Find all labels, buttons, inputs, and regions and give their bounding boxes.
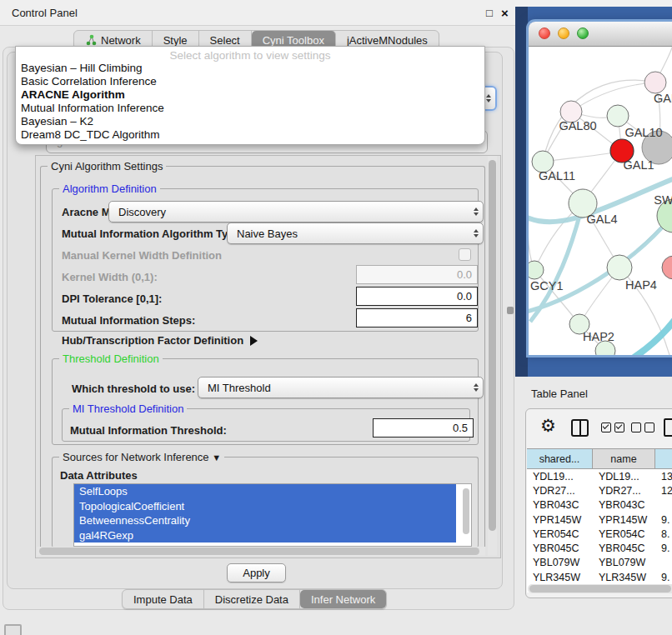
tab-discretize-data[interactable]: Discretize Data xyxy=(204,590,300,608)
table-row[interactable]: YLR345W YLR345W 9. xyxy=(527,570,672,584)
column-header-name[interactable]: name xyxy=(593,449,655,468)
list-vertical-scrollbar[interactable] xyxy=(463,488,469,534)
tab-impute-data[interactable]: Impute Data xyxy=(123,590,204,608)
cell[interactable]: YDL19... xyxy=(527,471,593,482)
dpi-tolerance-label: DPI Tolerance [0,1]: xyxy=(62,292,162,305)
node-gal-top[interactable] xyxy=(644,72,666,93)
cell[interactable]: YBL079W xyxy=(593,557,655,568)
settings-vertical-scrollbar[interactable] xyxy=(488,156,497,556)
cyni-algorithm-settings-title: Cyni Algorithm Settings xyxy=(48,160,166,172)
column-header-partial[interactable] xyxy=(655,449,672,468)
settings-vertical-scrollbar-thumb[interactable] xyxy=(489,160,496,531)
cell[interactable]: 9. xyxy=(655,572,672,583)
cell[interactable]: YER054C xyxy=(593,528,655,540)
popup-item-bayesian-k2[interactable]: Bayesian – K2 xyxy=(21,115,479,128)
mi-steps-field[interactable]: 6 xyxy=(356,308,478,328)
minimize-traffic-light-icon[interactable] xyxy=(558,28,569,39)
cell[interactable]: 12 xyxy=(655,485,672,497)
which-threshold-value: MI Threshold xyxy=(208,382,271,394)
table-horizontal-scrollbar[interactable] xyxy=(528,584,672,593)
popup-item-basic-correlation[interactable]: Basic Correlation Inference xyxy=(21,75,479,88)
table-row[interactable]: YBR043C YBR043C xyxy=(527,498,672,512)
close-traffic-light-icon[interactable] xyxy=(539,28,550,39)
hub-definition-toggle[interactable]: Hub/Transcription Factor Definition xyxy=(62,334,258,347)
settings-horizontal-scrollbar[interactable] xyxy=(37,547,485,556)
cell[interactable]: 9. xyxy=(655,514,672,526)
mi-threshold-label: Mutual Information Threshold: xyxy=(70,424,227,437)
table-row[interactable]: YER054C YER054C 8. xyxy=(527,527,672,541)
table-row[interactable]: YDR27... YDR27... 12 xyxy=(527,483,672,498)
node-label-gal-top: GAL xyxy=(654,92,672,105)
network-view-window: GAL GAL80 GAL10 GAL1 GAL11 SWI4 GAL4 GCY… xyxy=(529,22,672,355)
bottom-tabbar: Impute Data Discretize Data Infer Networ… xyxy=(122,589,387,609)
settings-horizontal-scrollbar-thumb[interactable] xyxy=(39,548,479,555)
cell[interactable]: YPR145W xyxy=(593,514,655,526)
cell[interactable]: YDR27... xyxy=(593,485,655,497)
table-row[interactable]: YBL079W YBL079W xyxy=(527,556,672,570)
cell[interactable]: YDR27... xyxy=(527,485,593,497)
float-icon[interactable]: □ xyxy=(486,7,493,19)
combo-arrows-icon xyxy=(486,94,491,102)
table-header-row: shared... name xyxy=(527,449,672,469)
data-attributes-list[interactable]: SelfLoops TopologicalCoefficient Between… xyxy=(73,483,472,547)
column-header-shared-name[interactable]: shared... xyxy=(527,449,593,468)
which-threshold-select[interactable]: MI Threshold xyxy=(198,377,484,398)
popup-item-dream8[interactable]: Dream8 DC_TDC Algorithm xyxy=(21,128,479,142)
manual-kernel-width-label: Manual Kernel Width Definition xyxy=(62,249,222,262)
cell[interactable]: 13 xyxy=(655,471,672,482)
table-horizontal-scrollbar-thumb[interactable] xyxy=(529,585,671,592)
which-threshold-label: Which threshold to use: xyxy=(72,382,195,395)
cell[interactable]: YBL079W xyxy=(527,557,593,568)
table-row[interactable]: YBR045C YBR045C 9. xyxy=(527,541,672,555)
list-item-gal4rgexp[interactable]: gal4RGexp xyxy=(74,528,456,543)
cell[interactable]: YBR045C xyxy=(527,542,593,554)
cell[interactable]: 9. xyxy=(655,542,672,554)
cell[interactable]: YPR145W xyxy=(527,514,593,526)
node-label-gal1: GAL1 xyxy=(623,158,654,172)
export-table-icon[interactable] xyxy=(664,418,672,437)
close-icon[interactable]: × xyxy=(501,6,509,20)
deselect-all-columns-icon[interactable] xyxy=(631,422,654,432)
cell[interactable]: YLR345W xyxy=(593,572,655,583)
cell[interactable]: YDL19... xyxy=(593,471,655,482)
cell[interactable]: YLR345W xyxy=(527,572,593,583)
node-y-partial[interactable] xyxy=(662,256,672,279)
dpi-tolerance-field[interactable]: 0.0 xyxy=(356,287,478,306)
node-gal10[interactable] xyxy=(607,105,629,127)
cell[interactable]: YBR043C xyxy=(527,499,593,511)
cell[interactable]: YBR043C xyxy=(593,499,655,511)
zoom-traffic-light-icon[interactable] xyxy=(577,28,589,39)
apply-button[interactable]: Apply xyxy=(227,563,286,582)
aracne-mode-select[interactable]: Discovery xyxy=(108,201,484,222)
popup-item-bayesian-hill-climbing[interactable]: Bayesian – Hill Climbing xyxy=(21,62,479,75)
kernel-width-field: 0.0 xyxy=(356,265,478,284)
cell[interactable]: YER054C xyxy=(527,528,593,540)
network-window-titlebar[interactable] xyxy=(529,22,672,47)
tab-infer-network[interactable]: Infer Network xyxy=(300,590,386,608)
table-row[interactable]: YDL19... YDL19... 13 xyxy=(527,469,672,483)
split-pane-divider-handle[interactable] xyxy=(507,307,514,314)
columns-icon[interactable] xyxy=(571,419,589,437)
mi-steps-label: Mutual Information Steps: xyxy=(62,314,195,327)
tab-style-label: Style xyxy=(163,34,188,47)
list-item-selfloops[interactable]: SelfLoops xyxy=(74,484,456,499)
popup-item-aracne[interactable]: ARACNE Algorithm xyxy=(21,88,479,102)
bottom-left-partial-icon[interactable] xyxy=(4,624,22,635)
node-gcy1[interactable] xyxy=(529,261,544,279)
list-item-topologicalcoefficient[interactable]: TopologicalCoefficient xyxy=(74,499,456,514)
cell[interactable]: YBR045C xyxy=(593,542,655,554)
table-row[interactable]: YPR145W YPR145W 9. xyxy=(527,512,672,527)
chevron-right-icon xyxy=(250,336,258,346)
gear-icon[interactable]: ⚙ xyxy=(540,416,556,436)
select-all-columns-icon[interactable] xyxy=(601,422,624,432)
mi-threshold-field[interactable]: 0.5 xyxy=(373,418,474,438)
algorithm-definition-title: Algorithm Definition xyxy=(59,182,160,195)
network-canvas[interactable]: GAL GAL80 GAL10 GAL1 GAL11 SWI4 GAL4 GCY… xyxy=(529,47,672,355)
popup-item-mutual-information[interactable]: Mutual Information Inference xyxy=(21,102,479,115)
table-toolbar: ⚙ xyxy=(526,409,672,448)
sources-title-toggle[interactable]: Sources for Network Inference ▼ xyxy=(59,451,224,463)
list-item-betweennesscentrality[interactable]: BetweennessCentrality xyxy=(74,513,456,528)
node-hap4[interactable] xyxy=(607,255,632,280)
mi-algorithm-type-select[interactable]: Naive Bayes xyxy=(227,222,484,244)
cell[interactable]: 8. xyxy=(655,528,672,540)
